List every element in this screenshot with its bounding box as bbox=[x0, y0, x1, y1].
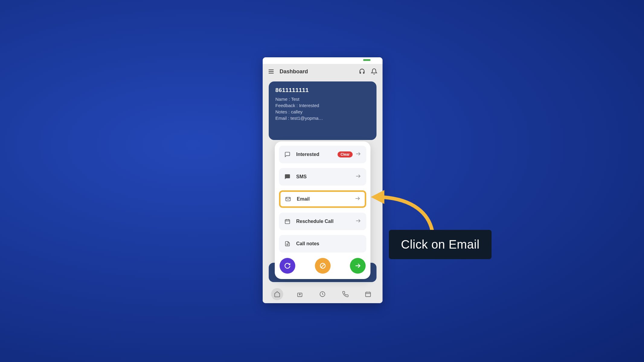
contact-card: 8611111111 Name : Test Feedback : Intere… bbox=[269, 81, 376, 140]
sheet-action-row bbox=[279, 258, 366, 275]
clear-badge[interactable]: Clear bbox=[338, 151, 353, 157]
option-label: Reschedule Call bbox=[296, 219, 355, 224]
contact-phone: 8611111111 bbox=[275, 87, 370, 94]
arrow-right-icon bbox=[355, 218, 361, 225]
support-icon[interactable] bbox=[358, 67, 366, 76]
email-icon bbox=[285, 196, 291, 202]
svg-rect-5 bbox=[366, 292, 371, 297]
bell-icon[interactable] bbox=[370, 67, 378, 76]
instruction-callout: Click on Email bbox=[389, 230, 492, 259]
app-backdrop-scrim: Dashboard 8611111111 Name : Test Feedbac… bbox=[263, 64, 383, 303]
nav-call-icon[interactable] bbox=[339, 288, 351, 300]
status-bar bbox=[263, 57, 383, 64]
proceed-button[interactable] bbox=[350, 258, 366, 274]
svg-rect-14 bbox=[285, 220, 290, 224]
option-interested[interactable]: Interested Clear bbox=[279, 146, 366, 163]
sms-icon bbox=[284, 173, 291, 180]
battery-indicator bbox=[363, 59, 370, 61]
nav-upload-icon[interactable] bbox=[294, 288, 306, 300]
option-reschedule[interactable]: Reschedule Call bbox=[279, 213, 366, 230]
contact-notes: Notes : calley bbox=[275, 109, 370, 114]
svg-line-22 bbox=[321, 264, 324, 268]
refresh-button[interactable] bbox=[280, 258, 295, 274]
app-bar: Dashboard bbox=[263, 64, 383, 79]
arrow-right-icon bbox=[354, 195, 360, 203]
page-title: Dashboard bbox=[280, 68, 308, 75]
contact-name: Name : Test bbox=[275, 97, 370, 102]
option-sms[interactable]: SMS bbox=[279, 168, 366, 186]
bottom-nav bbox=[263, 285, 383, 303]
nav-home-icon[interactable] bbox=[271, 288, 283, 300]
action-sheet: Interested Clear SMS Email bbox=[275, 141, 370, 279]
nav-calendar-icon[interactable] bbox=[362, 288, 374, 300]
arrow-right-icon bbox=[355, 173, 361, 180]
option-label: Call notes bbox=[296, 241, 361, 246]
cancel-button[interactable] bbox=[315, 258, 331, 274]
arrow-right-icon bbox=[355, 151, 361, 158]
option-label: SMS bbox=[296, 174, 355, 179]
notes-icon bbox=[284, 240, 291, 247]
chat-icon bbox=[284, 151, 291, 158]
nav-history-icon[interactable] bbox=[316, 288, 328, 300]
option-email[interactable]: Email bbox=[279, 190, 366, 208]
phone-frame: Dashboard 8611111111 Name : Test Feedbac… bbox=[263, 57, 383, 303]
contact-feedback: Feedback : Interested bbox=[275, 103, 370, 108]
contact-email: Email : test1@yopma… bbox=[275, 116, 370, 121]
calendar-icon bbox=[284, 218, 291, 225]
option-label: Email bbox=[297, 196, 354, 202]
menu-icon[interactable] bbox=[267, 67, 275, 76]
option-label: Interested bbox=[296, 152, 338, 157]
option-call-notes[interactable]: Call notes bbox=[279, 235, 366, 252]
